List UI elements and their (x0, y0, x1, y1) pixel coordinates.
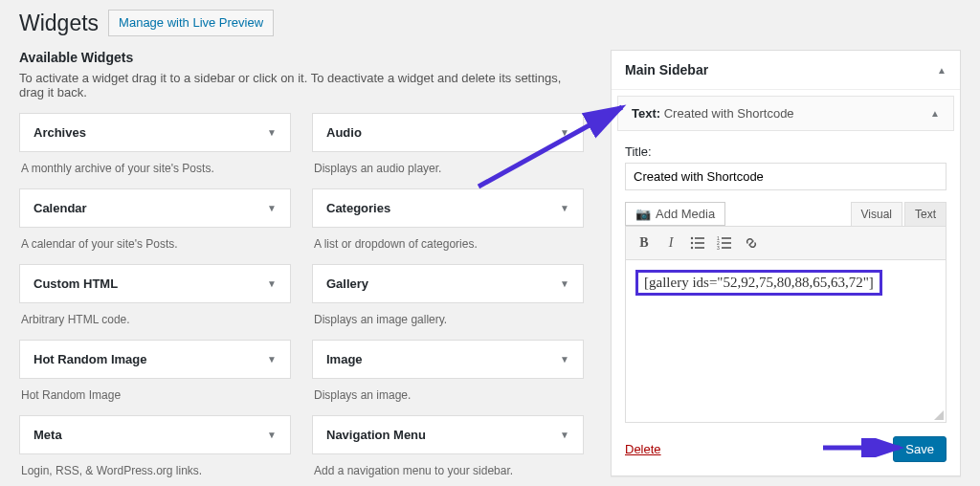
available-widget-item[interactable]: Image▼ (312, 340, 584, 379)
available-widgets-description: To activate a widget drag it to a sideba… (19, 71, 584, 99)
media-icon: 📷 (635, 207, 651, 221)
page-title: Widgets (19, 11, 99, 36)
caret-down-icon: ▼ (267, 127, 277, 138)
caret-down-icon: ▼ (560, 354, 569, 364)
save-button[interactable]: Save (893, 436, 947, 462)
available-widget-item[interactable]: Audio▼ (312, 113, 584, 152)
widget-name: Audio (326, 125, 362, 140)
svg-point-0 (691, 237, 693, 239)
link-button[interactable] (739, 231, 764, 255)
widget-instance-title: Created with Shortcode (664, 106, 794, 121)
title-input[interactable] (625, 163, 947, 190)
widget-description: A calendar of your site's Posts. (19, 228, 291, 264)
svg-rect-9 (722, 242, 731, 244)
italic-button[interactable]: I (658, 231, 683, 255)
caret-down-icon: ▼ (267, 278, 277, 289)
svg-rect-7 (722, 237, 731, 239)
svg-point-4 (691, 247, 693, 249)
caret-down-icon: ▼ (267, 203, 277, 213)
tab-text[interactable]: Text (904, 202, 947, 226)
editor-toolbar: B I 123 (625, 226, 947, 260)
widget-name: Image (326, 352, 363, 366)
widget-form: Title: 📷 Add Media Visual Text B I (612, 137, 960, 475)
widget-name: Navigation Menu (326, 428, 426, 442)
sidebar-area-title: Main Sidebar (625, 62, 708, 77)
svg-point-2 (691, 242, 693, 244)
caret-down-icon: ▼ (560, 203, 569, 213)
live-preview-button[interactable]: Manage with Live Preview (108, 10, 274, 36)
available-widget-item[interactable]: Meta▼ (19, 415, 291, 454)
widget-description: A monthly archive of your site's Posts. (19, 152, 291, 188)
widget-description: Displays an image. (312, 379, 584, 415)
svg-rect-11 (722, 247, 731, 249)
resize-handle[interactable] (932, 409, 944, 420)
bold-button[interactable]: B (632, 231, 657, 255)
widget-description: Hot Random Image (19, 379, 291, 415)
available-widget-item[interactable]: Custom HTML▼ (19, 264, 291, 303)
add-media-label: Add Media (656, 207, 715, 221)
available-widgets-heading: Available Widgets (19, 50, 584, 65)
caret-up-icon: ▲ (937, 65, 947, 76)
delete-link[interactable]: Delete (625, 442, 661, 456)
available-widget-item[interactable]: Gallery▼ (312, 264, 584, 303)
add-media-button[interactable]: 📷 Add Media (625, 202, 725, 226)
svg-rect-5 (695, 247, 704, 249)
unordered-list-button[interactable] (685, 231, 710, 255)
widget-name: Calendar (33, 201, 87, 215)
widget-description: Displays an image gallery. (312, 303, 584, 340)
widget-description: Displays an audio player. (312, 152, 584, 188)
svg-rect-3 (695, 242, 704, 244)
caret-down-icon: ▼ (560, 430, 569, 440)
shortcode-text: [gallery ids="52,92,75,80,88,65,63,72"] (635, 270, 882, 296)
caret-up-icon: ▲ (930, 108, 940, 119)
caret-down-icon: ▼ (267, 430, 277, 440)
list-ul-icon (690, 235, 705, 251)
available-widget-item[interactable]: Calendar▼ (19, 188, 291, 228)
widget-description: Add a navigation menu to your sidebar. (312, 454, 584, 486)
widget-name: Gallery (326, 276, 368, 291)
svg-rect-1 (695, 237, 704, 239)
available-widget-item[interactable]: Navigation Menu▼ (312, 415, 584, 454)
svg-text:3: 3 (717, 245, 720, 251)
widget-name: Hot Random Image (33, 352, 146, 366)
available-widgets-column: Available Widgets To activate a widget d… (19, 50, 584, 486)
available-widget-item[interactable]: Categories▼ (312, 188, 584, 228)
link-icon (744, 235, 759, 251)
caret-down-icon: ▼ (560, 278, 569, 289)
widget-description: Arbitrary HTML code. (19, 303, 291, 340)
widget-name: Categories (326, 201, 390, 215)
editor-content[interactable]: [gallery ids="52,92,75,80,88,65,63,72"] (625, 260, 947, 423)
sidebar-area-header[interactable]: Main Sidebar ▲ (612, 51, 960, 90)
list-ol-icon: 123 (717, 235, 732, 251)
widget-name: Custom HTML (33, 276, 118, 291)
sidebar-area-panel: Main Sidebar ▲ Text: Created with Shortc… (611, 50, 961, 476)
widget-name: Archives (33, 125, 86, 140)
widget-type-label: Text: (632, 106, 660, 121)
widget-description: Login, RSS, & WordPress.org links. (19, 454, 291, 486)
widget-name: Meta (33, 428, 62, 442)
caret-down-icon: ▼ (267, 354, 277, 364)
title-field-label: Title: (625, 144, 947, 159)
ordered-list-button[interactable]: 123 (712, 231, 737, 255)
tab-visual[interactable]: Visual (851, 202, 902, 226)
available-widget-item[interactable]: Hot Random Image▼ (19, 340, 291, 379)
caret-down-icon: ▼ (560, 127, 569, 138)
widget-description: A list or dropdown of categories. (312, 228, 584, 264)
available-widget-item[interactable]: Archives▼ (19, 113, 291, 152)
widget-item-header[interactable]: Text: Created with Shortcode ▲ (617, 96, 954, 131)
